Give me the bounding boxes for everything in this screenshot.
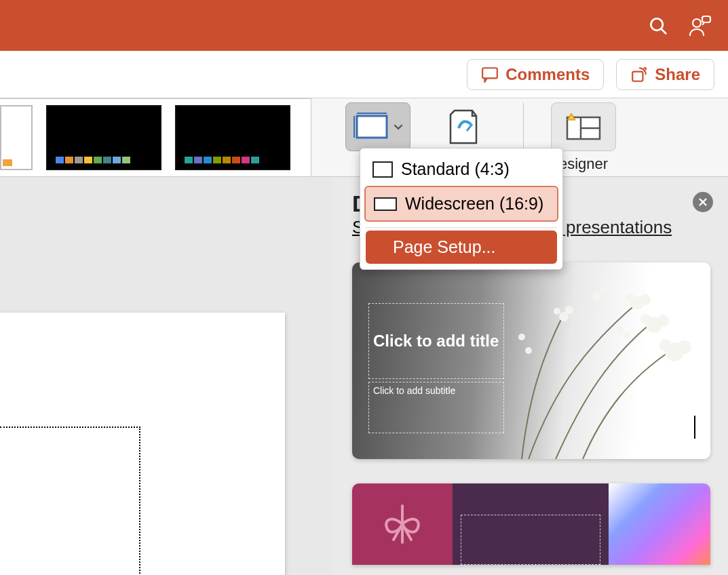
theme-thumb-1[interactable] (0, 105, 33, 170)
ribbon-right-bar: Comments Share (0, 51, 728, 98)
format-background-icon (446, 108, 480, 146)
slide-size-dropdown: Standard (4:3) Widescreen (16:9) Page Se… (360, 148, 563, 270)
widescreen-label: Widescreen (16:9) (405, 194, 543, 214)
template2-title-placeholder (461, 515, 600, 565)
comments-label: Comments (505, 65, 590, 84)
svg-point-18 (657, 315, 669, 327)
comments-button[interactable]: Comments (467, 59, 604, 90)
svg-point-28 (616, 326, 624, 334)
svg-point-15 (640, 294, 651, 305)
svg-point-30 (525, 347, 532, 354)
share-icon (630, 66, 648, 83)
template-title-placeholder: Click to add title (368, 303, 504, 379)
design-idea-2[interactable] (352, 483, 710, 565)
page-setup-label: Page Setup... (374, 237, 496, 257)
svg-point-31 (518, 334, 525, 340)
theme-gallery[interactable] (0, 98, 311, 177)
aspect-16-9-icon (374, 197, 397, 211)
search-icon[interactable] (648, 16, 668, 36)
comment-icon (481, 66, 499, 83)
svg-point-2 (693, 19, 701, 27)
placeholder-outline (0, 427, 140, 575)
dropdown-separator (366, 227, 557, 228)
svg-rect-3 (702, 16, 710, 22)
close-icon (698, 197, 708, 207)
svg-point-21 (678, 340, 691, 354)
text-caret (694, 416, 695, 439)
slide-size-widescreen[interactable]: Widescreen (16:9) (364, 186, 558, 222)
template2-watercolor (609, 483, 710, 565)
svg-rect-6 (357, 116, 387, 138)
slide-size-icon (353, 112, 391, 142)
svg-point-24 (565, 306, 573, 314)
designer-label: esigner (559, 155, 608, 173)
design-idea-1[interactable]: Click to add title Click to add subtitle (352, 262, 710, 459)
bow-icon (379, 500, 426, 548)
share-label: Share (655, 65, 700, 84)
theme-thumb-2[interactable] (46, 105, 161, 170)
designer-link[interactable]: w presentations (548, 217, 672, 237)
page-setup-item[interactable]: Page Setup... (366, 231, 557, 264)
svg-point-22 (659, 339, 672, 351)
svg-point-27 (600, 288, 607, 294)
standard-label: Standard (4:3) (401, 159, 510, 179)
template-subtitle-placeholder: Click to add subtitle (368, 382, 504, 433)
share-button[interactable]: Share (616, 59, 714, 90)
slide-size-tool[interactable] (345, 102, 410, 151)
svg-point-29 (624, 332, 630, 339)
svg-line-1 (662, 28, 666, 33)
svg-rect-4 (482, 68, 497, 78)
app-titlebar (0, 0, 728, 51)
close-panel-button[interactable] (693, 192, 713, 212)
chevron-down-icon (394, 122, 403, 132)
format-background-tool[interactable] (431, 102, 496, 151)
svg-point-19 (640, 314, 651, 325)
theme-thumb-3[interactable] (175, 105, 290, 170)
aspect-4-3-icon (372, 161, 393, 178)
svg-point-16 (626, 293, 635, 302)
slide-size-standard[interactable]: Standard (4:3) (364, 153, 558, 186)
svg-rect-5 (633, 71, 643, 81)
presence-icon[interactable] (687, 15, 712, 37)
svg-point-26 (592, 292, 600, 300)
svg-point-25 (554, 308, 560, 315)
designer-icon (564, 112, 602, 142)
